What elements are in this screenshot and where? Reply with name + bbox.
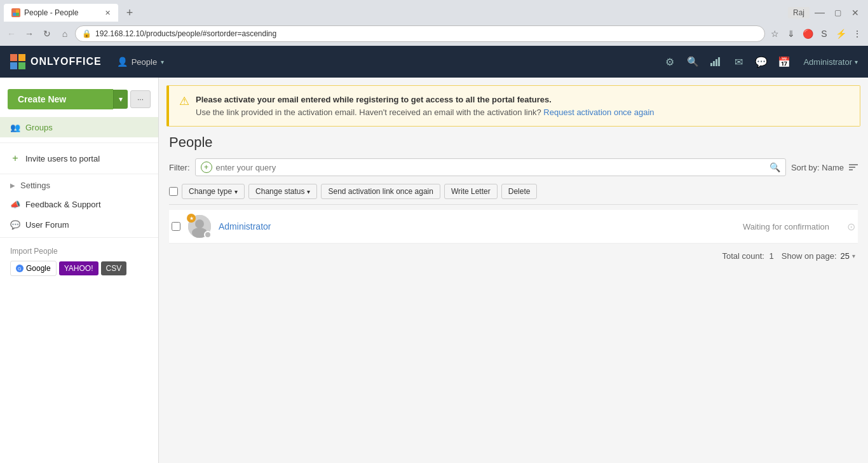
address-bar[interactable]: 🔒 192.168.12.10/products/people/#sortord… <box>75 25 765 42</box>
user-checkbox[interactable] <box>172 222 180 231</box>
per-page-value: 25 <box>841 251 850 261</box>
user-status: Waiting for confirmation <box>743 222 839 232</box>
bookmark-star-button[interactable]: ☆ <box>768 27 782 41</box>
forum-icon: 💬 <box>10 219 20 230</box>
pagination: Total count: 1 Show on page: 25 ▾ <box>169 244 858 268</box>
sidebar-divider-1 <box>0 142 158 143</box>
sidebar: Create New ▾ ··· 👥 Groups + Invite users… <box>0 78 159 463</box>
delete-button[interactable]: Delete <box>501 184 538 199</box>
groups-label: Groups <box>25 123 53 132</box>
sidebar-item-forum[interactable]: 💬 User Forum <box>0 214 158 235</box>
svg-rect-0 <box>13 10 16 13</box>
csv-import-button[interactable]: CSV <box>101 261 127 275</box>
select-all-checkbox[interactable] <box>169 187 178 196</box>
signal-icon-button[interactable] <box>707 53 724 71</box>
send-activation-button[interactable]: Send activation link once again <box>321 184 440 199</box>
tab-close-button[interactable]: ✕ <box>105 9 111 17</box>
menu-button[interactable]: ⋮ <box>850 27 864 41</box>
logo-icon <box>10 54 25 69</box>
back-button[interactable]: ← <box>4 26 19 41</box>
avatar: ★ <box>188 215 211 238</box>
filter-label: Filter: <box>169 163 190 172</box>
logo-sq3 <box>10 62 17 69</box>
people-nav-item[interactable]: 👤 People ▾ <box>112 54 169 69</box>
svg-rect-2 <box>13 13 16 16</box>
table-row: ★ Administrator Waiting for confirmation… <box>169 210 858 244</box>
sidebar-item-settings[interactable]: ▶ Settings <box>0 177 158 194</box>
google-label: Google <box>26 264 51 273</box>
admin-label: Administrator <box>803 57 852 67</box>
extension1-button[interactable]: ⇓ <box>784 27 798 41</box>
create-new-dropdown-button[interactable]: ▾ <box>113 90 128 109</box>
filter-search-icon[interactable]: 🔍 <box>770 162 780 172</box>
svg-rect-1 <box>16 10 19 13</box>
extension2-button[interactable]: 🔴 <box>801 27 815 41</box>
close-button[interactable]: ✕ <box>848 5 863 20</box>
delete-label: Delete <box>508 187 531 196</box>
mail-icon-button[interactable]: ✉ <box>729 53 747 71</box>
forum-label: User Forum <box>25 220 69 230</box>
sidebar-item-feedback[interactable]: 📣 Feedback & Support <box>0 194 158 214</box>
settings-label: Settings <box>20 181 50 190</box>
write-letter-button[interactable]: Write Letter <box>444 184 498 199</box>
maximize-button[interactable]: ▢ <box>830 5 845 20</box>
badge-icon: ★ <box>189 216 194 221</box>
people-section: People Filter: + 🔍 Sort by: Name <box>159 134 868 268</box>
total-count-label: Total count: <box>722 251 764 261</box>
extension4-button[interactable]: ⚡ <box>834 27 848 41</box>
more-options-button[interactable]: ··· <box>130 90 151 108</box>
feedback-label: Feedback & Support <box>25 200 101 209</box>
yahoo-import-button[interactable]: YAHOO! <box>59 261 98 275</box>
user-action-icon[interactable]: ⊙ <box>847 221 855 233</box>
sidebar-divider-3 <box>0 237 158 238</box>
google-import-button[interactable]: G Google <box>10 261 57 276</box>
change-status-label: Change status <box>255 187 304 196</box>
reload-button[interactable]: ↻ <box>39 26 55 41</box>
sort-icon <box>849 163 858 172</box>
logo-sq4 <box>18 62 25 69</box>
change-status-button[interactable]: Change status ▾ <box>248 184 317 199</box>
user-list: ★ Administrator Waiting for confirmation… <box>169 210 858 244</box>
import-section: Import People G Google YAHOO! CSV <box>0 240 158 282</box>
main-content: ⚠ Please activate your email entered whi… <box>159 78 868 463</box>
user-initial-badge: Raj <box>788 7 810 18</box>
sidebar-item-groups[interactable]: 👥 Groups <box>0 117 158 137</box>
filter-bar: Filter: + 🔍 Sort by: Name <box>169 158 858 176</box>
activation-link[interactable]: Request activation once again <box>543 107 654 117</box>
groups-icon: 👥 <box>10 122 20 132</box>
sidebar-invite-section: + Invite users to portal <box>0 146 158 171</box>
invite-label: Invite users to portal <box>25 154 100 163</box>
per-page-select[interactable]: 25 ▾ <box>841 251 855 261</box>
search-icon-button[interactable]: 🔍 <box>684 53 702 71</box>
settings-arrow-icon: ▶ <box>10 182 15 189</box>
home-button[interactable]: ⌂ <box>57 26 72 41</box>
page-title: People <box>169 134 858 151</box>
forward-button[interactable]: → <box>22 26 37 41</box>
admin-menu[interactable]: Administrator ▾ <box>803 57 858 67</box>
browser-tab[interactable]: People - People ✕ <box>4 4 118 22</box>
svg-rect-11 <box>849 167 855 168</box>
show-on-page-label: Show on page: <box>782 251 837 261</box>
alert-sub-text: Use the link provided in the activation … <box>196 107 541 117</box>
chat-icon-button[interactable]: 💬 <box>752 53 770 71</box>
extension3-button[interactable]: S <box>817 27 831 41</box>
minimize-button[interactable]: — <box>812 5 827 20</box>
per-page-arrow: ▾ <box>852 252 855 259</box>
logo-sq1 <box>10 54 17 61</box>
send-activation-label: Send activation link once again <box>328 187 433 196</box>
change-type-arrow: ▾ <box>234 188 238 195</box>
filter-add-button[interactable]: + <box>201 162 212 173</box>
alert-icon: ⚠ <box>179 94 189 108</box>
tab-bar: People - People ✕ + Raj — ▢ ✕ <box>0 0 868 22</box>
nav-dropdown-arrow: ▾ <box>161 59 164 66</box>
create-new-button[interactable]: Create New <box>8 89 113 109</box>
calendar-icon-button[interactable]: 📅 <box>775 53 793 71</box>
user-name[interactable]: Administrator <box>219 221 735 232</box>
svg-rect-10 <box>849 164 858 165</box>
new-tab-button[interactable]: + <box>121 5 139 20</box>
settings-icon-button[interactable]: ⚙ <box>661 53 679 71</box>
change-type-button[interactable]: Change type ▾ <box>182 184 245 199</box>
admin-dropdown-arrow: ▾ <box>855 59 858 66</box>
filter-input[interactable] <box>216 163 770 172</box>
sidebar-item-invite[interactable]: + Invite users to portal <box>0 148 158 169</box>
